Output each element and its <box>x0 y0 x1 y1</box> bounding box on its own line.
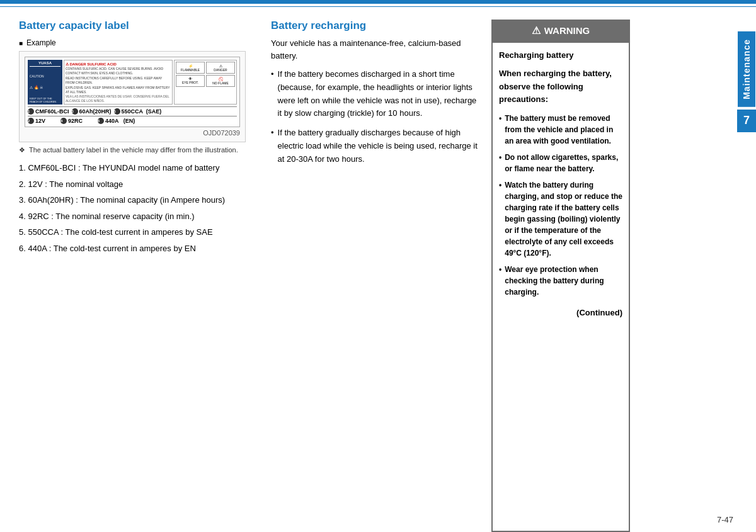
battery-label-right: ⚡ FLAMMABLE ⚠ DANGER 👁 EYE PROT. <box>174 60 237 105</box>
battery-image-box: YUASA CAUTION ⚠ 🔥 ☠ KEEP OUT OF THE REAC… <box>19 51 246 142</box>
middle-bullet-list: If the battery becomes discharged in a s… <box>271 68 479 166</box>
footnote-text: The actual battery label in the vehicle … <box>29 146 238 154</box>
warning-header-text: WARNING <box>544 25 590 36</box>
chapter-number: 7 <box>737 110 756 132</box>
middle-column: Battery recharging Your vehicle has a ma… <box>258 20 491 532</box>
list-item: 6. 440A : The cold-test current in amper… <box>19 242 246 255</box>
middle-section-title: Battery recharging <box>271 20 479 32</box>
list-item: 1. CMF60L-BCI : The HYUNDAI model name o… <box>19 162 246 174</box>
numbered-list: 1. CMF60L-BCI : The HYUNDAI model name o… <box>19 162 246 254</box>
intro-text: Your vehicle has a maintenance-free, cal… <box>271 37 479 62</box>
example-label: Example <box>19 38 246 47</box>
warning-triangle-icon: ⚠ <box>532 25 541 37</box>
warning-bullet-list: The battery must be removed from the veh… <box>499 113 622 298</box>
battery-label: YUASA CAUTION ⚠ 🔥 ☠ KEEP OUT OF THE REAC… <box>25 57 240 127</box>
maintenance-tab-label: Maintenance <box>738 31 755 107</box>
warning-bullet-item: Watch the battery during charging, and s… <box>499 179 622 259</box>
top-bar <box>0 0 756 4</box>
warning-header-box: ⚠ WARNING <box>491 20 630 42</box>
left-section-title: Battery capacity label <box>19 20 246 32</box>
bullet-item: If the battery gradually discharges beca… <box>271 127 479 166</box>
warning-bullet-item: Wear eye protection when checking the ba… <box>499 264 622 298</box>
warning-intro: When recharging the battery, observe the… <box>499 67 622 106</box>
warning-content-box: Recharging battery When recharging the b… <box>491 42 630 532</box>
warning-bullet-item: The battery must be removed from the veh… <box>499 113 622 147</box>
list-item: 3. 60Ah(20HR) : The nominal capacity (in… <box>19 194 246 207</box>
warning-subtitle: Recharging battery <box>499 49 622 62</box>
right-column: ⚠ WARNING Recharging battery When rechar… <box>491 20 630 532</box>
page-sidebar: Maintenance 7 <box>737 31 756 132</box>
battery-label-mid: ⚠ DANGER SULFURIC ACID CONTAINS SULFURIC… <box>64 60 173 105</box>
battery-label-left: YUASA CAUTION ⚠ 🔥 ☠ KEEP OUT OF THE REAC… <box>28 60 62 105</box>
footnote: ❖ The actual battery label in the vehicl… <box>19 146 246 154</box>
continued-text: (Continued) <box>499 303 622 320</box>
footnote-symbol: ❖ <box>19 146 25 154</box>
list-item: 2. 12V : The nominal voltage <box>19 178 246 191</box>
list-item: 5. 550CCA : The cold-test current in amp… <box>19 226 246 239</box>
battery-specs-row1: 1 CMF60L-BCI 3 60Ah(20HR) 5 550CCA (SAE) <box>28 106 237 115</box>
page-number: 7-47 <box>717 515 733 524</box>
bullet-item: If the battery becomes discharged in a s… <box>271 68 479 120</box>
list-item: 4. 92RC : The nominal reserve capacity (… <box>19 210 246 223</box>
battery-specs-row2: 2 12V 4 92RC 6 440A (EN) <box>28 116 237 124</box>
battery-label-top: YUASA CAUTION ⚠ 🔥 ☠ KEEP OUT OF THE REAC… <box>28 60 237 105</box>
image-code: OJD072039 <box>25 129 240 137</box>
left-column: Battery capacity label Example YUASA CAU… <box>19 20 258 532</box>
warning-bullet-item: Do not allow cigarettes, sparks, or flam… <box>499 152 622 174</box>
